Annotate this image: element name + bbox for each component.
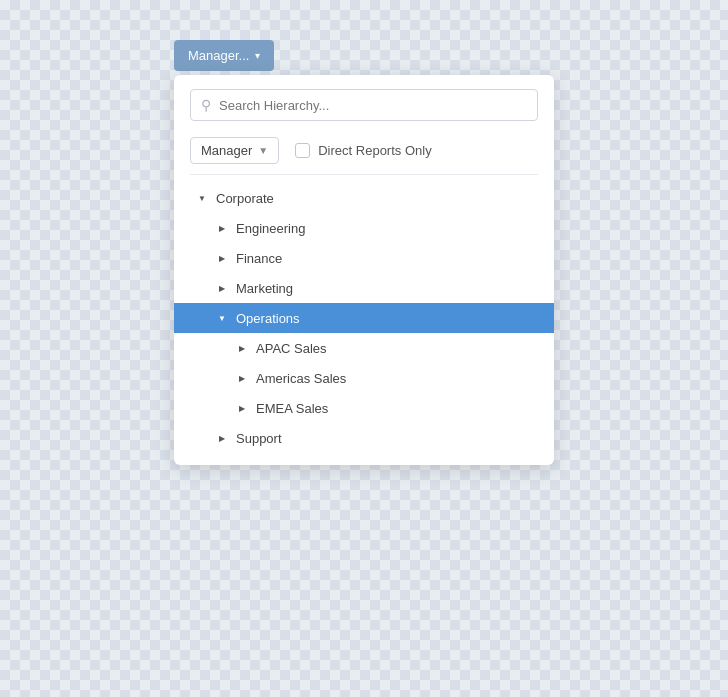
corporate-label: Corporate [216, 191, 274, 206]
tree-item-emea-sales[interactable]: EMEA Sales [174, 393, 554, 423]
trigger-chevron: ▾ [255, 50, 260, 61]
trigger-button[interactable]: Manager... ▾ [174, 40, 274, 71]
americas-sales-label: Americas Sales [256, 371, 346, 386]
search-input[interactable] [219, 98, 527, 113]
tree-item-operations[interactable]: Operations [174, 303, 554, 333]
americas-sales-arrow-icon [234, 370, 250, 386]
engineering-arrow-icon [214, 220, 230, 236]
support-label: Support [236, 431, 282, 446]
hierarchy-dropdown: Manager... ▾ ⚲ Manager ▼ Direct Reports … [174, 40, 554, 465]
emea-sales-arrow-icon [234, 400, 250, 416]
apac-sales-label: APAC Sales [256, 341, 327, 356]
tree-item-support[interactable]: Support [174, 423, 554, 453]
search-box: ⚲ [190, 89, 538, 121]
tree-item-apac-sales[interactable]: APAC Sales [174, 333, 554, 363]
tree-item-americas-sales[interactable]: Americas Sales [174, 363, 554, 393]
corporate-arrow-icon [194, 190, 210, 206]
trigger-label: Manager... [188, 48, 249, 63]
apac-sales-arrow-icon [234, 340, 250, 356]
direct-reports-label[interactable]: Direct Reports Only [295, 143, 431, 158]
marketing-label: Marketing [236, 281, 293, 296]
manager-label: Manager [201, 143, 252, 158]
tree-item-marketing[interactable]: Marketing [174, 273, 554, 303]
marketing-arrow-icon [214, 280, 230, 296]
search-icon: ⚲ [201, 97, 211, 113]
support-arrow-icon [214, 430, 230, 446]
emea-sales-label: EMEA Sales [256, 401, 328, 416]
manager-dropdown[interactable]: Manager ▼ [190, 137, 279, 164]
search-section: ⚲ [174, 75, 554, 131]
tree-item-corporate[interactable]: Corporate [174, 183, 554, 213]
dropdown-panel: ⚲ Manager ▼ Direct Reports Only Corporat… [174, 75, 554, 465]
filter-row: Manager ▼ Direct Reports Only [174, 131, 554, 174]
finance-label: Finance [236, 251, 282, 266]
manager-chevron: ▼ [258, 145, 268, 156]
operations-label: Operations [236, 311, 300, 326]
operations-arrow-icon [214, 310, 230, 326]
tree-item-finance[interactable]: Finance [174, 243, 554, 273]
direct-reports-checkbox[interactable] [295, 143, 310, 158]
direct-reports-text: Direct Reports Only [318, 143, 431, 158]
tree-section: CorporateEngineeringFinanceMarketingOper… [174, 175, 554, 465]
engineering-label: Engineering [236, 221, 305, 236]
finance-arrow-icon [214, 250, 230, 266]
tree-item-engineering[interactable]: Engineering [174, 213, 554, 243]
